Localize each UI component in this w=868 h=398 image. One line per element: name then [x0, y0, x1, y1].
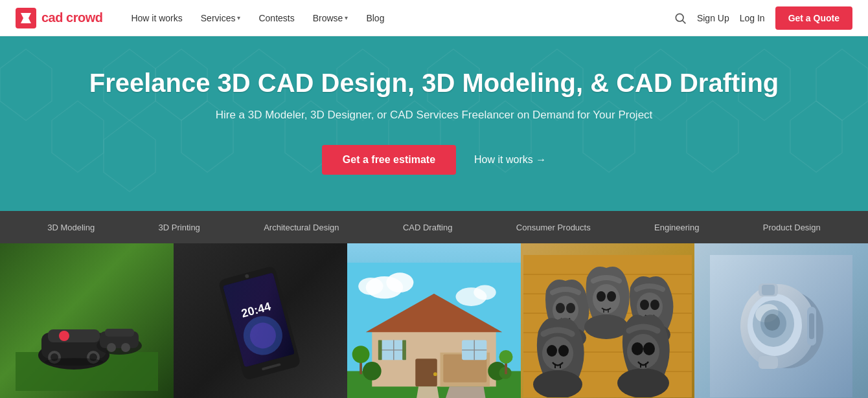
kettlebells-illustration	[523, 255, 692, 397]
how-it-works-link[interactable]: How it works →	[474, 154, 546, 166]
image-3d-printing: 20:44	[174, 243, 347, 398]
svg-point-36	[107, 343, 116, 352]
nav-how-it-works[interactable]: How it works	[123, 8, 190, 28]
login-link[interactable]: Log In	[740, 13, 765, 23]
hero-section: Freelance 3D CAD Design, 3D Modeling, & …	[0, 36, 868, 211]
svg-point-101	[533, 370, 582, 397]
tab-3d-modeling[interactable]: 3D Modeling	[42, 220, 100, 235]
image-cell-product-design[interactable]	[694, 243, 868, 398]
nav-browse[interactable]: Browse ▾	[305, 8, 356, 28]
signup-link[interactable]: Sign Up	[697, 13, 729, 23]
nav-blog[interactable]: Blog	[358, 8, 392, 28]
logo[interactable]: cad crowd	[16, 8, 102, 28]
tab-architectural-design[interactable]: Architectural Design	[258, 220, 344, 235]
get-estimate-button[interactable]: Get a free estimate	[322, 145, 456, 175]
image-3d-modeling	[0, 243, 174, 398]
svg-rect-121	[759, 356, 778, 369]
nav-contests[interactable]: Contests	[251, 8, 302, 28]
tab-engineering[interactable]: Engineering	[649, 220, 704, 235]
svg-point-91	[597, 291, 606, 302]
tab-product-design[interactable]: Product Design	[758, 220, 826, 235]
get-quote-button[interactable]: Get a Quote	[775, 6, 852, 30]
svg-point-31	[59, 331, 69, 341]
image-consumer-products	[521, 243, 694, 398]
image-cell-3d-modeling[interactable]	[0, 243, 174, 398]
image-grid: 20:44	[0, 243, 868, 398]
hero-subtitle: Hire a 3D Modeler, 3D Designer, or CAD S…	[16, 109, 852, 122]
house-illustration	[347, 260, 521, 398]
svg-point-108	[627, 334, 659, 369]
svg-point-85	[556, 303, 565, 313]
svg-point-97	[640, 300, 649, 310]
chevron-down-icon: ▾	[237, 14, 240, 21]
svg-point-37	[45, 358, 103, 366]
svg-point-73	[352, 346, 370, 363]
image-cell-consumer-products[interactable]	[521, 243, 694, 398]
svg-point-68	[363, 362, 382, 381]
svg-point-109	[632, 342, 643, 355]
image-product-design	[694, 243, 868, 398]
chevron-down-icon: ▾	[345, 14, 348, 21]
search-button[interactable]	[674, 12, 687, 25]
svg-point-125	[764, 314, 780, 331]
svg-point-107	[617, 368, 669, 397]
search-icon	[674, 12, 687, 25]
nav-actions: Sign Up Log In Get a Quote	[674, 6, 852, 30]
image-cell-architectural-design[interactable]	[347, 243, 521, 398]
svg-point-103	[547, 345, 557, 357]
hero-title: Freelance 3D CAD Design, 3D Modeling, & …	[16, 67, 852, 98]
wearable-illustration	[710, 255, 852, 397]
svg-marker-71	[415, 386, 440, 398]
svg-point-51	[474, 285, 496, 300]
phone-illustration: 20:44	[202, 252, 319, 399]
svg-line-3	[683, 20, 686, 23]
svg-point-2	[676, 14, 683, 21]
logo-icon	[16, 8, 36, 28]
svg-point-98	[650, 300, 659, 310]
svg-rect-34	[105, 329, 134, 337]
svg-point-58	[433, 372, 437, 376]
svg-rect-57	[415, 359, 437, 386]
service-tabs-bar: 3D Modeling 3D Printing Architectural De…	[0, 211, 868, 243]
svg-point-35	[121, 343, 130, 352]
svg-point-104	[558, 345, 569, 357]
svg-point-89	[584, 315, 628, 339]
svg-rect-65	[378, 340, 382, 360]
tab-consumer-products[interactable]: Consumer Products	[511, 220, 596, 235]
image-cell-3d-printing[interactable]: 20:44	[174, 243, 347, 398]
hero-actions: Get a free estimate How it works →	[16, 145, 852, 175]
navbar: cad crowd How it works Services ▾ Contes…	[0, 0, 868, 36]
svg-point-92	[607, 291, 616, 302]
robot-mowers-illustration	[16, 261, 158, 391]
svg-point-48	[386, 272, 413, 293]
tab-3d-printing[interactable]: 3D Printing	[154, 220, 205, 235]
nav-links: How it works Services ▾ Contests Browse …	[123, 8, 673, 28]
svg-point-75	[499, 350, 513, 364]
svg-point-86	[566, 303, 575, 313]
nav-services[interactable]: Services ▾	[193, 8, 249, 28]
svg-point-110	[643, 342, 655, 355]
logo-text: cad crowd	[41, 10, 102, 25]
svg-point-49	[358, 278, 383, 295]
tab-cad-drafting[interactable]: CAD Drafting	[398, 220, 458, 235]
svg-rect-66	[402, 340, 406, 360]
svg-rect-120	[762, 285, 775, 295]
svg-marker-67	[443, 386, 486, 398]
image-architectural-design	[347, 243, 521, 398]
svg-rect-26	[48, 329, 100, 342]
svg-rect-123	[809, 313, 814, 339]
